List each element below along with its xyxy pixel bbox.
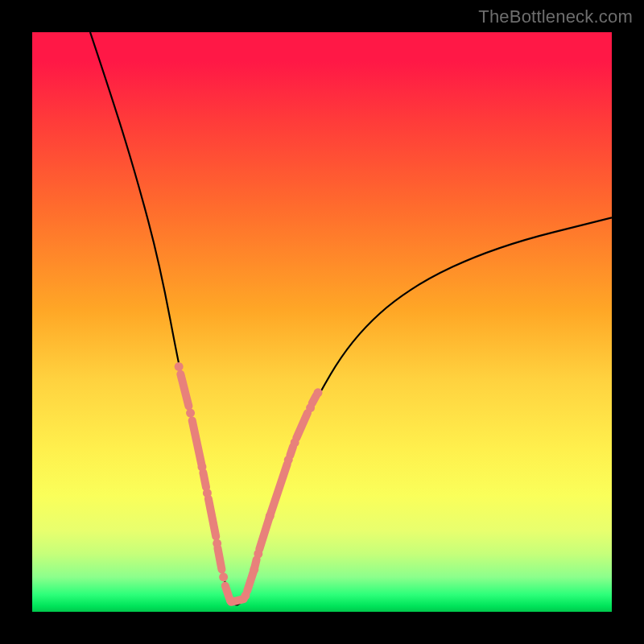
highlight-dot <box>197 463 206 472</box>
highlight-segment <box>259 518 269 549</box>
highlight-segment <box>203 473 206 487</box>
plot-area <box>32 32 612 612</box>
highlight-dot <box>313 388 322 397</box>
highlight-segment <box>225 586 229 598</box>
highlight-dot <box>186 409 195 418</box>
highlight-segment <box>296 413 308 438</box>
highlight-dot <box>254 550 262 559</box>
highlight-dot <box>175 362 184 371</box>
highlight-dot <box>213 539 221 548</box>
highlight-segment <box>270 464 287 516</box>
highlight-dot <box>306 403 315 412</box>
highlight-segment <box>247 572 254 591</box>
highlight-dot <box>284 456 293 464</box>
highlight-segment <box>192 420 202 464</box>
highlight-segments <box>180 374 316 602</box>
highlight-dot <box>250 565 258 574</box>
highlight-dot <box>241 591 250 600</box>
highlight-segment <box>208 499 216 537</box>
highlight-segment <box>312 395 316 402</box>
highlight-dot <box>219 572 228 581</box>
bottleneck-curve <box>90 32 612 605</box>
highlight-segment <box>290 447 293 456</box>
watermark-text: TheBottleneck.com <box>478 6 633 27</box>
highlight-dot <box>203 489 212 497</box>
highlight-dots <box>175 362 323 605</box>
chart-container: TheBottleneck.com <box>0 0 644 644</box>
highlight-dot <box>266 512 275 521</box>
highlight-segment <box>180 374 188 407</box>
curve-svg <box>32 32 612 612</box>
highlight-dot <box>226 596 235 605</box>
highlight-segment <box>217 548 221 570</box>
highlight-dot <box>291 438 299 447</box>
